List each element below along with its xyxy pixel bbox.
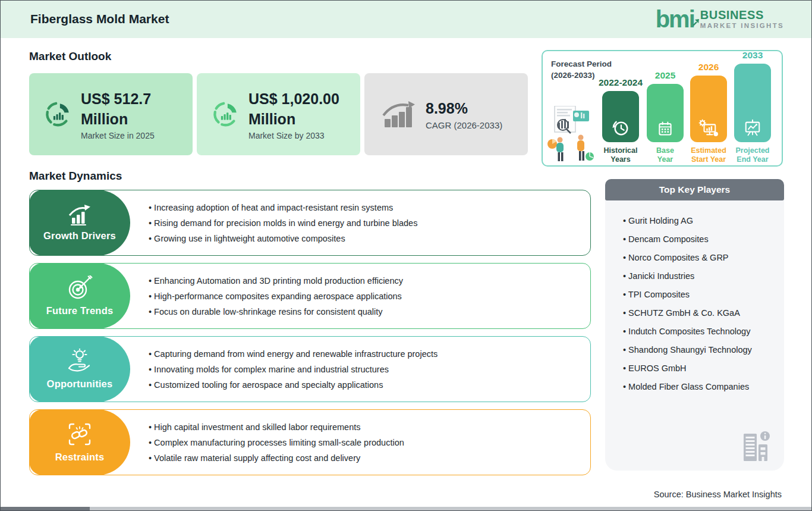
market-size-2033-card: US$ 1,020.00 Million Market Size by 2033	[197, 73, 360, 155]
cagr-value: 8.98%	[426, 98, 502, 118]
forecast-period-panel: Forecast Period (2026-2033) 2022-2024	[542, 50, 783, 167]
donut-chart-icon	[45, 101, 72, 128]
growth-drivers-pill: Growth Drivers	[29, 190, 130, 256]
market-size-2025-card: US$ 512.7 Million Market Size in 2025	[29, 73, 193, 155]
forecast-bar-year: 2033	[721, 50, 783, 61]
donut-chart-icon	[212, 101, 240, 128]
bullet-item: High-performance composites expanding ae…	[149, 291, 581, 301]
source-note: Source: Business Market Insights	[654, 490, 782, 499]
chain-link-icon	[67, 422, 92, 447]
market-size-2033-unit: Million	[248, 109, 339, 129]
card-text: US$ 512.7 Million Market Size in 2025	[81, 89, 155, 140]
gear-monitor-icon	[698, 119, 719, 137]
forecast-bar-label: ProjectedEnd Year	[727, 146, 779, 164]
top-key-players-heading: Top Key Players	[605, 179, 784, 200]
restraints-pill: Restraints	[29, 409, 130, 475]
calendar-icon	[657, 120, 673, 137]
player-item: Gurit Holding AG	[623, 212, 776, 230]
bullet-item: Volatile raw material supply affecting c…	[149, 453, 581, 463]
bullet-item: Focus on durable low-shrinkage resins fo…	[149, 307, 581, 316]
forecast-bar	[647, 84, 684, 142]
opportunities-pill: Opportunities	[29, 336, 130, 402]
horizontal-scrollbar-track[interactable]	[1, 507, 811, 510]
player-item: Indutch Composites Technology	[623, 322, 776, 341]
growth-trend-icon	[382, 100, 417, 128]
player-item: Norco Composites & GRP	[623, 249, 776, 267]
bullet-item: Increasing adoption of heat and impact-r…	[149, 203, 581, 212]
market-size-2025-value: US$ 512.7	[81, 89, 155, 109]
growth-drivers-row: Growth Drivers Increasing adoption of he…	[29, 190, 591, 256]
restraints-row: Restraints High capital investment and s…	[29, 409, 591, 475]
market-size-2025-unit: Million	[81, 109, 155, 129]
logo-line1: BUSINESS	[700, 8, 784, 21]
forecast-bar-historical: 2022-2024 HistoricalYears	[602, 51, 639, 165]
analysts-illustration	[546, 106, 595, 164]
idea-hand-icon	[67, 349, 93, 374]
market-size-2033-value: US$ 1,020.00	[248, 89, 339, 109]
bullet-item: Enhancing Automation and 3D printing mol…	[149, 276, 581, 286]
player-item: EUROS GmbH	[623, 359, 776, 378]
forecast-bar	[734, 64, 771, 142]
forecast-bar-estimated: 2026 EstimatedStart Year	[690, 51, 727, 165]
company-building-icon	[740, 429, 771, 462]
cagr-card: 8.98% CAGR (2026-2033)	[364, 73, 528, 155]
bmi-logo-mark: bmi	[656, 5, 694, 33]
forecast-bar	[602, 91, 639, 142]
player-item: Dencam Composites	[623, 230, 776, 249]
forecast-bar-projected: 2033 ProjectedEnd Year	[734, 51, 771, 165]
market-outlook-heading: Market Outlook	[29, 50, 111, 63]
history-clock-icon	[612, 119, 630, 137]
bullet-item: Complex manufacturing processes limiting…	[149, 438, 581, 447]
opportunities-row: Opportunities Capturing demand from wind…	[29, 336, 591, 402]
top-key-players-panel: Top Key Players Gurit Holding AG Dencam …	[605, 179, 784, 471]
horizontal-scrollbar-thumb[interactable]	[1, 507, 90, 510]
infographic-page: Fiberglass Mold Market bmi BUSINESS MARK…	[0, 0, 812, 511]
player-item: Shandong Shaungyi Technology	[623, 341, 776, 359]
forecast-bar-year: 2026	[677, 62, 739, 73]
future-trends-label: Future Trends	[46, 305, 114, 316]
player-item: TPI Composites	[623, 286, 776, 304]
card-text: 8.98% CAGR (2026-2033)	[426, 98, 502, 130]
header-bar: Fiberglass Mold Market bmi BUSINESS MARK…	[1, 1, 811, 38]
player-item: SCHUTZ GmbH & Co. KGaA	[623, 304, 776, 322]
bullet-item: High capital investment and skilled labo…	[149, 422, 581, 432]
future-trends-bullets: Enhancing Automation and 3D printing mol…	[149, 264, 581, 328]
growth-drivers-bullets: Increasing adoption of heat and impact-r…	[149, 190, 581, 255]
bullet-item: Capturing demand from wind energy and re…	[149, 349, 581, 359]
restraints-label: Restraints	[55, 452, 105, 463]
growth-drivers-label: Growth Drivers	[43, 230, 116, 242]
bullet-item: Rising demand for precision molds in win…	[149, 218, 581, 228]
card-text: US$ 1,020.00 Million Market Size by 2033	[248, 89, 339, 140]
player-item: Janicki Industries	[623, 267, 776, 286]
logo-line2: MARKET INSIGHTS	[700, 21, 784, 30]
bar-growth-icon	[67, 204, 92, 225]
forecast-bar-label: HistoricalYears	[595, 146, 647, 164]
bullet-item: Customized tooling for aerospace and spe…	[149, 380, 581, 390]
page-title: Fiberglass Mold Market	[30, 12, 169, 26]
logo-arrow-icon	[692, 5, 700, 32]
player-item: Molded Fiber Glass Companies	[623, 378, 776, 396]
forecast-bar	[690, 76, 727, 142]
bullet-item: Growing use in lightweight automotive co…	[149, 234, 581, 243]
presentation-board-icon	[743, 119, 762, 137]
cagr-caption: CAGR (2026-2033)	[426, 120, 502, 130]
opportunities-bullets: Capturing demand from wind energy and re…	[149, 337, 581, 402]
target-dart-icon	[67, 275, 93, 300]
future-trends-row: Future Trends Enhancing Automation and 3…	[29, 263, 591, 329]
future-trends-pill: Future Trends	[29, 263, 130, 329]
market-dynamics-heading: Market Dynamics	[29, 170, 122, 183]
top-key-players-list: Gurit Holding AG Dencam Composites Norco…	[605, 200, 784, 396]
market-size-2033-caption: Market Size by 2033	[248, 131, 339, 140]
bmi-logo: bmi BUSINESS MARKET INSIGHTS	[656, 5, 784, 33]
bullet-item: Innovating molds for complex marine and …	[149, 365, 581, 374]
market-size-2025-caption: Market Size in 2025	[81, 131, 155, 140]
opportunities-label: Opportunities	[47, 378, 113, 390]
restraints-bullets: High capital investment and skilled labo…	[149, 410, 581, 475]
logo-wordmark: BUSINESS MARKET INSIGHTS	[700, 8, 784, 30]
